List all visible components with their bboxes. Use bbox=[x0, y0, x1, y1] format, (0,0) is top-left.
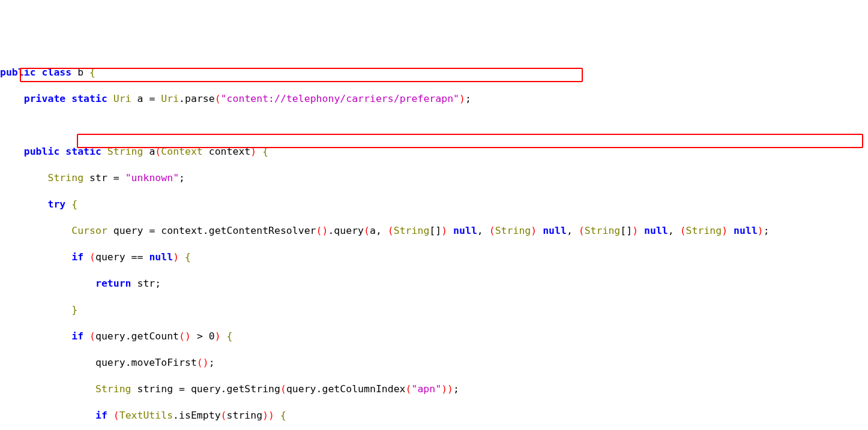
code-line: try { bbox=[0, 198, 868, 211]
code-viewer: public class b { private static Uri a = … bbox=[0, 53, 868, 430]
code-line: return str; bbox=[0, 277, 868, 290]
code-line: if (query.getCount() > 0) { bbox=[0, 330, 868, 343]
code-line: public class b { bbox=[0, 66, 868, 79]
code-line: } bbox=[0, 303, 868, 317]
code-line: Cursor query = context.getContentResolve… bbox=[0, 224, 868, 237]
code-line: String string = query.getString(query.ge… bbox=[0, 383, 868, 396]
code-line: String str = "unknown"; bbox=[0, 172, 868, 185]
code-line: public static String a(Context context) … bbox=[0, 145, 868, 158]
code-line bbox=[0, 119, 868, 132]
code-line: private static Uri a = Uri.parse("conten… bbox=[0, 92, 868, 106]
code-line: if (TextUtils.isEmpty(string)) { bbox=[0, 409, 868, 422]
code-line: if (query == null) { bbox=[0, 251, 868, 264]
code-line: query.moveToFirst(); bbox=[0, 356, 868, 369]
